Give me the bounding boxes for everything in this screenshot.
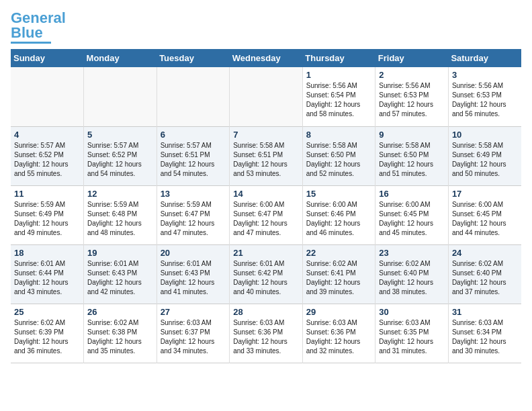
cell-content: Sunrise: 5:56 AM Sunset: 6:54 PM Dayligh… bbox=[306, 81, 372, 119]
day-number: 3 bbox=[452, 70, 518, 80]
cell-content: Sunrise: 5:58 AM Sunset: 6:49 PM Dayligh… bbox=[452, 141, 518, 179]
calendar-cell: 3Sunrise: 5:56 AM Sunset: 6:53 PM Daylig… bbox=[448, 67, 521, 126]
cell-content: Sunrise: 5:58 AM Sunset: 6:51 PM Dayligh… bbox=[233, 141, 299, 179]
calendar-cell bbox=[157, 67, 230, 126]
cell-content: Sunrise: 6:03 AM Sunset: 6:36 PM Dayligh… bbox=[233, 318, 299, 356]
calendar-cell: 31Sunrise: 6:03 AM Sunset: 6:34 PM Dayli… bbox=[448, 304, 521, 363]
cell-content: Sunrise: 5:59 AM Sunset: 6:47 PM Dayligh… bbox=[161, 200, 226, 238]
cell-content: Sunrise: 6:02 AM Sunset: 6:39 PM Dayligh… bbox=[14, 318, 80, 356]
calendar-cell: 19Sunrise: 6:01 AM Sunset: 6:43 PM Dayli… bbox=[84, 244, 157, 304]
calendar-cell: 23Sunrise: 6:02 AM Sunset: 6:40 PM Dayli… bbox=[375, 244, 449, 304]
day-number: 20 bbox=[161, 248, 226, 258]
calendar-cell: 25Sunrise: 6:02 AM Sunset: 6:39 PM Dayli… bbox=[11, 304, 84, 363]
cell-content: Sunrise: 6:03 AM Sunset: 6:34 PM Dayligh… bbox=[452, 318, 518, 356]
calendar-cell: 4Sunrise: 5:57 AM Sunset: 6:52 PM Daylig… bbox=[11, 126, 84, 185]
day-number: 13 bbox=[161, 189, 226, 199]
calendar-cell: 16Sunrise: 6:00 AM Sunset: 6:45 PM Dayli… bbox=[375, 185, 449, 244]
day-number: 24 bbox=[452, 248, 518, 258]
day-number: 23 bbox=[379, 248, 445, 258]
logo-divider bbox=[11, 42, 51, 44]
calendar-cell: 2Sunrise: 5:56 AM Sunset: 6:53 PM Daylig… bbox=[375, 67, 449, 126]
day-number: 1 bbox=[306, 70, 372, 80]
day-number: 9 bbox=[379, 130, 445, 140]
weekday-header-friday: Friday bbox=[375, 49, 449, 67]
day-number: 8 bbox=[306, 130, 372, 140]
cell-content: Sunrise: 5:58 AM Sunset: 6:50 PM Dayligh… bbox=[306, 141, 372, 179]
day-number: 29 bbox=[306, 307, 372, 317]
calendar-cell: 21Sunrise: 6:01 AM Sunset: 6:42 PM Dayli… bbox=[230, 244, 303, 304]
calendar-cell: 27Sunrise: 6:03 AM Sunset: 6:37 PM Dayli… bbox=[157, 304, 230, 363]
cell-content: Sunrise: 6:00 AM Sunset: 6:46 PM Dayligh… bbox=[306, 200, 372, 238]
day-number: 17 bbox=[452, 189, 518, 199]
cell-content: Sunrise: 5:57 AM Sunset: 6:52 PM Dayligh… bbox=[87, 141, 153, 179]
calendar-cell bbox=[11, 67, 84, 126]
cell-content: Sunrise: 6:03 AM Sunset: 6:37 PM Dayligh… bbox=[161, 318, 226, 356]
cell-content: Sunrise: 6:00 AM Sunset: 6:47 PM Dayligh… bbox=[233, 200, 299, 238]
day-number: 15 bbox=[306, 189, 372, 199]
calendar-cell: 5Sunrise: 5:57 AM Sunset: 6:52 PM Daylig… bbox=[84, 126, 157, 185]
day-number: 30 bbox=[379, 307, 445, 317]
calendar-cell: 9Sunrise: 5:58 AM Sunset: 6:50 PM Daylig… bbox=[375, 126, 449, 185]
cell-content: Sunrise: 5:57 AM Sunset: 6:51 PM Dayligh… bbox=[161, 141, 226, 179]
week-row-4: 18Sunrise: 6:01 AM Sunset: 6:44 PM Dayli… bbox=[11, 244, 521, 304]
day-number: 6 bbox=[161, 130, 226, 140]
day-number: 2 bbox=[379, 70, 445, 80]
cell-content: Sunrise: 6:02 AM Sunset: 6:38 PM Dayligh… bbox=[87, 318, 153, 356]
weekday-header-saturday: Saturday bbox=[448, 49, 521, 67]
day-number: 16 bbox=[379, 189, 445, 199]
day-number: 28 bbox=[233, 307, 299, 317]
day-number: 25 bbox=[14, 307, 80, 317]
calendar-cell: 13Sunrise: 5:59 AM Sunset: 6:47 PM Dayli… bbox=[157, 185, 230, 244]
cell-content: Sunrise: 6:03 AM Sunset: 6:35 PM Dayligh… bbox=[379, 318, 445, 356]
calendar-cell: 22Sunrise: 6:02 AM Sunset: 6:41 PM Dayli… bbox=[302, 244, 375, 304]
cell-content: Sunrise: 6:01 AM Sunset: 6:44 PM Dayligh… bbox=[14, 259, 80, 297]
cell-content: Sunrise: 5:56 AM Sunset: 6:53 PM Dayligh… bbox=[452, 81, 518, 119]
day-number: 27 bbox=[161, 307, 226, 317]
page-header: General Blue bbox=[11, 11, 521, 44]
day-number: 31 bbox=[452, 307, 518, 317]
day-number: 12 bbox=[87, 189, 153, 199]
calendar-cell: 6Sunrise: 5:57 AM Sunset: 6:51 PM Daylig… bbox=[157, 126, 230, 185]
calendar-cell: 14Sunrise: 6:00 AM Sunset: 6:47 PM Dayli… bbox=[230, 185, 303, 244]
day-number: 19 bbox=[87, 248, 153, 258]
cell-content: Sunrise: 5:56 AM Sunset: 6:53 PM Dayligh… bbox=[379, 81, 445, 119]
day-number: 4 bbox=[14, 130, 80, 140]
day-number: 22 bbox=[306, 248, 372, 258]
calendar-table: SundayMondayTuesdayWednesdayThursdayFrid… bbox=[11, 49, 521, 363]
day-number: 21 bbox=[233, 248, 299, 258]
calendar-cell bbox=[84, 67, 157, 126]
weekday-header-thursday: Thursday bbox=[302, 49, 375, 67]
cell-content: Sunrise: 5:59 AM Sunset: 6:48 PM Dayligh… bbox=[87, 200, 153, 238]
calendar-cell: 17Sunrise: 6:00 AM Sunset: 6:45 PM Dayli… bbox=[448, 185, 521, 244]
weekday-header-tuesday: Tuesday bbox=[157, 49, 230, 67]
calendar-cell: 24Sunrise: 6:02 AM Sunset: 6:40 PM Dayli… bbox=[448, 244, 521, 304]
calendar-cell bbox=[230, 67, 303, 126]
calendar-cell: 8Sunrise: 5:58 AM Sunset: 6:50 PM Daylig… bbox=[302, 126, 375, 185]
calendar-cell: 15Sunrise: 6:00 AM Sunset: 6:46 PM Dayli… bbox=[302, 185, 375, 244]
cell-content: Sunrise: 6:00 AM Sunset: 6:45 PM Dayligh… bbox=[452, 200, 518, 238]
day-number: 5 bbox=[87, 130, 153, 140]
logo: General Blue bbox=[11, 11, 66, 44]
day-number: 14 bbox=[233, 189, 299, 199]
calendar-cell: 20Sunrise: 6:01 AM Sunset: 6:43 PM Dayli… bbox=[157, 244, 230, 304]
calendar-cell: 12Sunrise: 5:59 AM Sunset: 6:48 PM Dayli… bbox=[84, 185, 157, 244]
cell-content: Sunrise: 5:59 AM Sunset: 6:49 PM Dayligh… bbox=[14, 200, 80, 238]
cell-content: Sunrise: 6:01 AM Sunset: 6:42 PM Dayligh… bbox=[233, 259, 299, 297]
cell-content: Sunrise: 5:58 AM Sunset: 6:50 PM Dayligh… bbox=[379, 141, 445, 179]
day-number: 10 bbox=[452, 130, 518, 140]
calendar-cell: 26Sunrise: 6:02 AM Sunset: 6:38 PM Dayli… bbox=[84, 304, 157, 363]
calendar-cell: 7Sunrise: 5:58 AM Sunset: 6:51 PM Daylig… bbox=[230, 126, 303, 185]
week-row-1: 1Sunrise: 5:56 AM Sunset: 6:54 PM Daylig… bbox=[11, 67, 521, 126]
calendar-cell: 28Sunrise: 6:03 AM Sunset: 6:36 PM Dayli… bbox=[230, 304, 303, 363]
cell-content: Sunrise: 6:01 AM Sunset: 6:43 PM Dayligh… bbox=[87, 259, 153, 297]
cell-content: Sunrise: 6:03 AM Sunset: 6:36 PM Dayligh… bbox=[306, 318, 372, 356]
calendar-cell: 29Sunrise: 6:03 AM Sunset: 6:36 PM Dayli… bbox=[302, 304, 375, 363]
weekday-header-wednesday: Wednesday bbox=[230, 49, 303, 67]
day-number: 7 bbox=[233, 130, 299, 140]
cell-content: Sunrise: 6:01 AM Sunset: 6:43 PM Dayligh… bbox=[161, 259, 226, 297]
cell-content: Sunrise: 6:02 AM Sunset: 6:40 PM Dayligh… bbox=[452, 259, 518, 297]
weekday-header-row: SundayMondayTuesdayWednesdayThursdayFrid… bbox=[11, 49, 521, 67]
week-row-5: 25Sunrise: 6:02 AM Sunset: 6:39 PM Dayli… bbox=[11, 304, 521, 363]
cell-content: Sunrise: 5:57 AM Sunset: 6:52 PM Dayligh… bbox=[14, 141, 80, 179]
cell-content: Sunrise: 6:02 AM Sunset: 6:41 PM Dayligh… bbox=[306, 259, 372, 297]
